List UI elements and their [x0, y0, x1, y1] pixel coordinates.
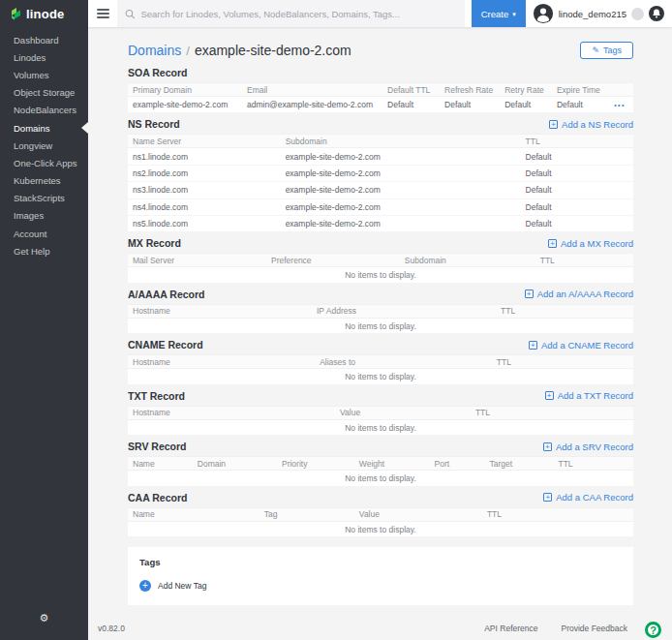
- column-header: TTL: [482, 509, 633, 519]
- sidebar-item-nodebalancers[interactable]: NodeBalancers: [0, 102, 88, 119]
- column-header: Refresh Rate: [440, 85, 500, 95]
- sidebar-item-domains[interactable]: Domains: [0, 119, 88, 137]
- section-header: CAA Record+Add a CAA Record: [128, 491, 633, 504]
- avatar: [533, 3, 554, 24]
- search-icon: [125, 9, 135, 19]
- sidebar-item-label: Get Help: [14, 246, 50, 257]
- table-cell: ns1.linode.com: [128, 152, 281, 162]
- breadcrumb: Domains / example-site-demo-2.com: [128, 43, 351, 58]
- section-title: MX Record: [128, 237, 181, 249]
- section-title: SRV Record: [128, 441, 187, 452]
- section-header: A/AAAA Record+Add an A/AAAA Record: [128, 288, 633, 301]
- column-header: Name: [128, 459, 193, 469]
- table-cell: Default: [500, 100, 552, 109]
- record-sections: SOA RecordPrimary DomainEmailDefault TTL…: [128, 66, 633, 537]
- tags-button[interactable]: ✎ Tags: [580, 42, 633, 59]
- sidebar-item-label: Kubernetes: [14, 175, 61, 186]
- sidebar-item-volumes[interactable]: Volumes: [0, 66, 88, 83]
- sidebar-item-label: Account: [14, 229, 46, 239]
- api-reference-link[interactable]: API Reference: [484, 624, 537, 633]
- add-record-link-a-aaaa-record[interactable]: +Add an A/AAAA Record: [525, 289, 633, 299]
- user-menu[interactable]: linode_demo215: [526, 0, 672, 27]
- table-header-row: Name ServerSubdomainTTL: [128, 134, 633, 148]
- sidebar: DashboardLinodesVolumesObject StorageNod…: [0, 27, 88, 640]
- sidebar-item-get-help[interactable]: Get Help: [0, 242, 88, 259]
- table-cell: ns5.linode.com: [128, 219, 281, 229]
- settings-gear-icon[interactable]: ⚙: [0, 612, 88, 625]
- tags-panel-title: Tags: [139, 557, 622, 567]
- create-button-label: Create: [481, 9, 509, 19]
- add-record-label: Add a NS Record: [562, 119, 633, 130]
- table-header-row: HostnameValueTTL: [128, 406, 633, 420]
- add-record-link-ns-record[interactable]: +Add a NS Record: [549, 119, 633, 130]
- column-header: Hostname: [128, 357, 315, 367]
- provide-feedback-link[interactable]: Provide Feedback: [561, 624, 627, 633]
- column-header: TTL: [471, 408, 633, 417]
- sidebar-item-stackscripts[interactable]: StackScripts: [0, 190, 88, 207]
- pencil-icon: ✎: [592, 46, 599, 55]
- table-cell: Default: [521, 168, 633, 178]
- section-title: CNAME Record: [128, 339, 203, 350]
- sidebar-item-account[interactable]: Account: [0, 225, 88, 242]
- table-cell: Default: [440, 100, 500, 109]
- table-cell: ns4.linode.com: [128, 202, 281, 212]
- sidebar-item-kubernetes[interactable]: Kubernetes: [0, 172, 88, 190]
- sidebar-item-one-click-apps[interactable]: One-Click Apps: [0, 154, 88, 171]
- sidebar-item-linodes[interactable]: Linodes: [0, 48, 88, 66]
- main-content: Domains / example-site-demo-2.com ✎ Tags…: [88, 27, 672, 640]
- notifications-badge[interactable]: [631, 8, 644, 20]
- create-button[interactable]: Create ▾: [472, 0, 526, 27]
- page-title: example-site-demo-2.com: [195, 43, 351, 58]
- table-cell: Default: [521, 202, 633, 212]
- section-header: NS Record+Add a NS Record: [128, 117, 633, 131]
- sidebar-item-longview[interactable]: Longview: [0, 137, 88, 154]
- column-header: Default TTL: [382, 85, 440, 95]
- sidebar-item-object-storage[interactable]: Object Storage: [0, 84, 88, 102]
- add-new-tag-label: Add New Tag: [158, 581, 206, 591]
- add-record-link-cname-record[interactable]: +Add a CNAME Record: [529, 340, 633, 350]
- add-record-link-srv-record[interactable]: +Add a SRV Record: [543, 442, 633, 452]
- record-table: NameDomainPriorityWeightPortTargetTTLNo …: [128, 456, 633, 487]
- sidebar-item-label: Images: [14, 210, 44, 221]
- table-cell: Default: [521, 219, 633, 229]
- row-actions-menu-icon[interactable]: •••: [613, 102, 633, 108]
- breadcrumb-domains-link[interactable]: Domains: [128, 43, 181, 58]
- section-title: SOA Record: [128, 67, 187, 78]
- empty-state-row: No items to display.: [128, 267, 633, 284]
- table-cell: Default: [382, 100, 440, 109]
- sidebar-item-images[interactable]: Images: [0, 207, 88, 225]
- table-header-row: Primary DomainEmailDefault TTLRefresh Ra…: [128, 82, 633, 97]
- add-record-link-mx-record[interactable]: +Add a MX Record: [548, 238, 633, 249]
- table-row: example-site-demo-2.comadmin@example-sit…: [128, 97, 633, 113]
- sidebar-item-label: Volumes: [14, 70, 48, 80]
- column-header: Target: [485, 459, 554, 469]
- sidebar-item-label: Domains: [14, 123, 50, 134]
- linode-logo[interactable]: linode: [0, 0, 88, 27]
- global-search: [117, 0, 465, 27]
- add-record-link-caa-record[interactable]: +Add a CAA Record: [543, 492, 633, 503]
- section-cname-record: CNAME Record+Add a CNAME RecordHostnameA…: [128, 338, 633, 385]
- table-row: ns5.linode.comexample-site-demo-2.comDef…: [128, 216, 633, 232]
- column-header: TTL: [553, 459, 632, 469]
- sidebar-item-dashboard[interactable]: Dashboard: [0, 31, 88, 48]
- notifications-bell-icon[interactable]: [649, 6, 664, 21]
- help-fab-icon[interactable]: ?: [645, 622, 661, 638]
- record-table: NameTagValueTTLNo items to display.: [128, 507, 633, 538]
- add-record-label: Add a CNAME Record: [541, 340, 633, 350]
- search-input[interactable]: [140, 9, 456, 19]
- top-header: linode Create ▾ linode_demo215: [0, 0, 672, 27]
- add-record-link-txt-record[interactable]: +Add a TXT Record: [545, 390, 633, 401]
- sidebar-item-label: Longview: [14, 140, 52, 151]
- table-cell: ns3.linode.com: [128, 185, 281, 195]
- section-header: TXT Record+Add a TXT Record: [128, 389, 633, 403]
- sidebar-item-label: Dashboard: [14, 35, 58, 46]
- menu-icon[interactable]: [88, 0, 117, 27]
- column-header: Subdomain: [400, 256, 535, 265]
- table-row: ns4.linode.comexample-site-demo-2.comDef…: [128, 199, 633, 216]
- column-header: Domain: [193, 459, 277, 469]
- add-circle-icon: +: [139, 580, 151, 592]
- add-new-tag-button[interactable]: + Add New Tag: [139, 580, 622, 592]
- column-header: Mail Server: [128, 256, 266, 265]
- record-table: HostnameIP AddressTTLNo items to display…: [128, 304, 633, 335]
- column-header: Aliases to: [315, 357, 492, 367]
